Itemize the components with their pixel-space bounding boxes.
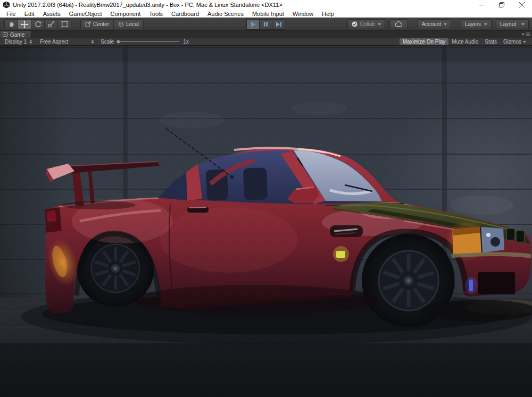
aspect-selector[interactable]: Free Aspect xyxy=(38,39,96,45)
move-tool-button[interactable] xyxy=(18,19,31,29)
selector-updown-icon xyxy=(91,40,94,44)
collab-label: Collab xyxy=(360,21,375,27)
chevron-down-icon xyxy=(484,23,487,26)
layout-dropdown[interactable]: Layout xyxy=(496,19,529,29)
restore-icon xyxy=(499,2,504,7)
menu-file[interactable]: File xyxy=(2,11,20,17)
play-icon xyxy=(250,21,256,28)
aspect-selector-label: Free Aspect xyxy=(40,39,68,45)
pivot-local-button[interactable]: Local xyxy=(113,19,144,29)
gizmos-dropdown[interactable]: Gizmos xyxy=(500,38,529,45)
rect-tool-icon xyxy=(61,21,68,28)
pause-icon xyxy=(263,21,269,27)
step-icon xyxy=(276,21,282,28)
rect-tool-button[interactable] xyxy=(57,19,71,29)
panel-menu-icon xyxy=(526,32,530,37)
pivot-local-icon xyxy=(118,21,124,27)
unity-toolbar: Center Local xyxy=(0,18,532,31)
rotate-tool-icon xyxy=(35,21,41,28)
menu-edit[interactable]: Edit xyxy=(20,11,39,17)
restore-button[interactable] xyxy=(492,0,512,10)
panel-menu-button[interactable] xyxy=(521,32,530,37)
layers-dropdown[interactable]: Layers xyxy=(461,19,492,29)
pivot-center-icon xyxy=(85,21,91,27)
selector-updown-icon xyxy=(29,40,32,44)
scale-value: 1x xyxy=(183,39,189,45)
collab-dropdown[interactable]: Collab xyxy=(347,19,385,29)
chevron-down-icon xyxy=(444,23,447,26)
menu-help[interactable]: Help xyxy=(318,11,338,17)
menu-gameobject[interactable]: GameObject xyxy=(65,11,106,17)
hand-tool-icon xyxy=(8,21,15,28)
step-button[interactable] xyxy=(272,19,285,30)
chevron-down-icon xyxy=(521,23,525,26)
scale-control: Scale 1x xyxy=(98,39,191,45)
pivot-center-button[interactable]: Center xyxy=(80,19,114,29)
menu-tools[interactable]: Tools xyxy=(145,11,167,17)
unity-logo-icon xyxy=(3,1,10,9)
minimize-button[interactable] xyxy=(471,0,492,10)
hand-tool-button[interactable] xyxy=(4,19,18,29)
game-scene xyxy=(0,46,532,397)
move-tool-icon xyxy=(21,21,28,28)
panel-tab-bar: Game xyxy=(0,31,532,38)
game-view-toggles: Maximize On Play Mute Audio Stats Gizmos xyxy=(400,38,529,45)
display-selector-label: Display 1 xyxy=(5,39,27,45)
scale-slider-knob[interactable] xyxy=(117,40,120,44)
pause-button[interactable] xyxy=(259,19,272,30)
window-title-bar: Unity 2017.2.0f3 (64bit) - RealityBmw201… xyxy=(0,0,532,10)
play-button[interactable] xyxy=(246,19,260,30)
scale-tool-button[interactable] xyxy=(44,19,58,29)
menu-component[interactable]: Component xyxy=(106,11,145,17)
layers-label: Layers xyxy=(465,21,481,27)
play-controls xyxy=(247,19,285,30)
minimize-icon xyxy=(479,2,484,7)
toolbar-right-cluster: Collab Account Layers Layout xyxy=(347,19,532,29)
tab-game-label: Game xyxy=(10,32,24,38)
gizmos-label: Gizmos xyxy=(503,39,521,45)
chevron-down-icon xyxy=(523,41,526,43)
chevron-down-icon xyxy=(378,23,381,26)
menu-cardboard[interactable]: Cardboard xyxy=(167,11,203,17)
menu-audio-scenes[interactable]: Audio Scenes xyxy=(203,11,248,17)
tab-game[interactable]: Game xyxy=(0,31,31,38)
mute-audio-toggle[interactable]: Mute Audio xyxy=(448,38,481,45)
pivot-local-label: Local xyxy=(126,21,139,27)
collab-check-icon xyxy=(352,21,358,27)
stats-toggle[interactable]: Stats xyxy=(481,38,500,45)
cloud-button[interactable] xyxy=(389,19,408,29)
account-label: Account xyxy=(422,21,441,27)
close-icon xyxy=(519,2,525,7)
rotate-tool-button[interactable] xyxy=(31,19,45,29)
menu-window[interactable]: Window xyxy=(288,11,318,17)
display-selector[interactable]: Display 1 xyxy=(3,39,35,45)
chevron-down-icon xyxy=(521,33,525,36)
pivot-toggle-group: Center Local xyxy=(81,19,144,29)
game-viewport[interactable] xyxy=(0,46,532,397)
account-dropdown[interactable]: Account xyxy=(418,19,451,29)
layout-label: Layout xyxy=(500,21,516,27)
cloud-icon xyxy=(395,21,403,27)
transform-tools xyxy=(4,19,71,29)
menu-bar: File Edit Assets GameObject Component To… xyxy=(0,10,532,18)
game-view-controls: Display 1 Free Aspect Scale 1x Maximize … xyxy=(0,38,532,46)
game-view-icon xyxy=(3,32,8,37)
scale-label: Scale xyxy=(101,39,114,45)
menu-assets[interactable]: Assets xyxy=(39,11,65,17)
menu-mobile-input[interactable]: Mobile Input xyxy=(248,11,288,17)
scale-slider-track[interactable] xyxy=(117,41,179,42)
scale-slider[interactable] xyxy=(117,41,179,42)
scale-tool-icon xyxy=(48,21,55,28)
maximize-on-play-toggle[interactable]: Maximize On Play xyxy=(400,38,449,45)
pivot-center-label: Center xyxy=(93,21,109,27)
close-button[interactable] xyxy=(512,0,532,10)
window-title: Unity 2017.2.0f3 (64bit) - RealityBmw201… xyxy=(13,2,282,8)
